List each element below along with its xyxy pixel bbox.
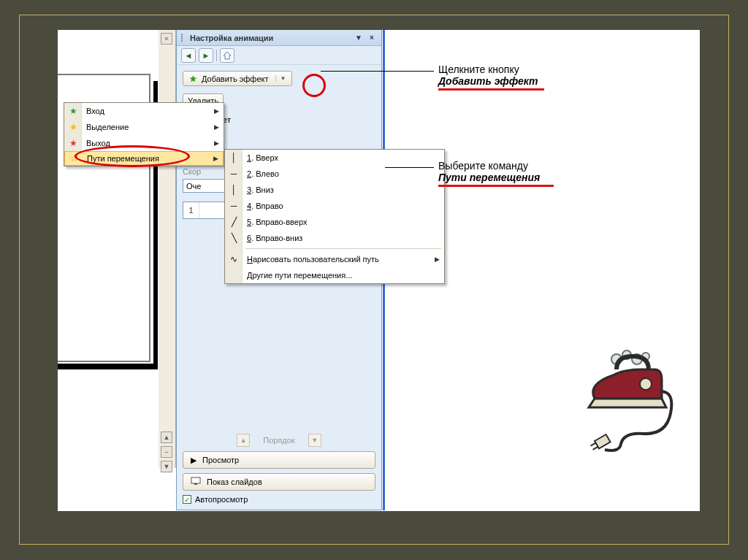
order-label: Порядок	[263, 436, 294, 445]
order-up-button[interactable]: ▲	[237, 434, 250, 447]
submenu-item-down[interactable]: │ 3. Вниз	[225, 182, 444, 198]
effect-index: 1	[183, 202, 199, 218]
submenu-item-down-right[interactable]: ╲ 6. Вправо-вниз	[225, 230, 444, 246]
menu-label: Выделение	[86, 123, 129, 131]
nav-home-button[interactable]	[220, 48, 234, 63]
grip-icon	[181, 34, 186, 42]
submenu-label: 5. Вправо-вверх	[247, 218, 307, 226]
slide-area: × ▲ – ▼ Настройка анимации ▼ × ◄ ► ★ Доб…	[58, 30, 700, 511]
path-curve-icon: ∿	[228, 254, 240, 264]
star-icon: ★	[67, 138, 79, 148]
leader-line	[321, 71, 434, 72]
slideshow-label: Показ слайдов	[207, 477, 262, 486]
taskpane-titlebar: Настройка анимации ▼ ×	[177, 30, 381, 46]
star-icon: ★	[189, 74, 197, 84]
order-row: ▲ Порядок ▼	[183, 434, 375, 447]
submenu-item-up-right[interactable]: ╱ 5. Вправо-вверх	[225, 214, 444, 230]
autopreview-checkbox[interactable]: ✓ Автопросмотр	[183, 495, 375, 504]
menu-item-emphasis[interactable]: ★ Выделение ▶	[64, 119, 224, 135]
preview-button[interactable]: ▶ Просмотр	[183, 451, 375, 469]
star-icon: ★	[67, 106, 79, 116]
highlight-circle-motion-paths	[75, 145, 190, 167]
annotation-bold-text: Добавить эффект	[438, 75, 544, 87]
taskpane-close-button[interactable]: ×	[367, 33, 377, 43]
annotation-add-effect: Щелкните кнопку Добавить эффект	[438, 64, 544, 91]
path-right-icon: ─	[228, 201, 240, 211]
star-icon: ★	[67, 122, 79, 132]
submenu-item-right[interactable]: ─ 4. Вправо	[225, 198, 444, 214]
red-underline	[438, 185, 554, 187]
play-icon: ▶	[191, 456, 196, 465]
svg-point-6	[640, 378, 652, 390]
path-left-icon: ─	[228, 169, 240, 179]
submenu-item-custom-path[interactable]: ∿ Нарисовать пользовательский путь ▶	[225, 251, 444, 267]
svg-line-9	[593, 447, 598, 450]
order-down-button[interactable]: ▼	[308, 434, 321, 447]
splitter-bar[interactable]: × ▲ – ▼	[159, 30, 176, 468]
annotation-motion-paths: Выберите команду Пути перемещения	[438, 160, 554, 187]
path-down-icon: │	[228, 185, 240, 195]
motion-paths-submenu: │ 1. Вверх ─ 2. Влево │ 3. Вниз ─ 4. Впр…	[224, 149, 445, 284]
nav-forward-button[interactable]: ►	[199, 48, 213, 63]
submenu-arrow-icon: ▶	[214, 107, 219, 115]
leader-line	[385, 167, 434, 168]
annotation-text: Щелкните кнопку	[438, 64, 544, 75]
submenu-arrow-icon: ▶	[213, 155, 218, 162]
highlight-circle-add-effect	[302, 74, 326, 97]
taskpane-nav: ◄ ►	[177, 46, 381, 65]
menu-separator	[245, 248, 441, 249]
svg-rect-0	[191, 477, 200, 483]
arrow-up-icon[interactable]: ▲	[161, 431, 172, 443]
close-handle-icon[interactable]: ×	[161, 33, 172, 45]
nav-separator	[216, 50, 217, 61]
submenu-label: 2. Влево	[247, 169, 279, 178]
monitor-icon	[191, 477, 201, 487]
submenu-item-up[interactable]: │ 1. Вверх	[225, 150, 444, 166]
path-up-icon: │	[228, 153, 240, 163]
slideshow-button[interactable]: Показ слайдов	[183, 473, 375, 491]
checkmark-icon: ✓	[183, 495, 191, 504]
autopreview-label: Автопросмотр	[195, 495, 248, 504]
path-diag-up-icon: ╱	[228, 217, 240, 227]
annotation-text: Выберите команду	[438, 160, 554, 172]
submenu-item-more-paths[interactable]: Другие пути перемещения...	[225, 267, 444, 283]
annotation-bold-text: Пути перемещения	[438, 172, 554, 183]
bar-icon[interactable]: –	[161, 446, 172, 458]
add-effect-button[interactable]: ★ Добавить эффект ▼	[183, 71, 292, 86]
submenu-item-left[interactable]: ─ 2. Влево	[225, 166, 444, 182]
slide-shadow	[58, 364, 156, 369]
menu-item-entrance[interactable]: ★ Вход ▶	[64, 103, 224, 119]
submenu-label: Другие пути перемещения...	[247, 271, 352, 280]
speed-field[interactable]: Оче	[183, 179, 226, 193]
submenu-arrow-icon: ▶	[214, 123, 219, 131]
taskpane-title: Настройка анимации	[190, 34, 273, 42]
slide-canvas-fragment	[58, 30, 175, 468]
speed-label: Скор	[183, 167, 201, 176]
submenu-label: 3. Вниз	[247, 185, 274, 194]
svg-rect-1	[194, 483, 197, 485]
svg-line-8	[591, 443, 596, 446]
red-underline	[438, 88, 544, 91]
submenu-arrow-icon: ▶	[435, 256, 440, 263]
menu-label: Вход	[86, 107, 104, 115]
submenu-label: Нарисовать пользовательский путь	[247, 255, 379, 264]
path-diag-down-icon: ╲	[228, 233, 240, 243]
iron-clipart	[573, 348, 675, 457]
submenu-arrow-icon: ▶	[214, 139, 219, 147]
dropdown-arrow-icon: ▼	[275, 75, 286, 82]
preview-label: Просмотр	[202, 456, 239, 464]
submenu-label: 1. Вверх	[247, 153, 278, 162]
arrow-down-icon[interactable]: ▼	[161, 461, 172, 472]
submenu-label: 6. Вправо-вниз	[247, 234, 302, 242]
add-effect-label: Добавить эффект	[202, 74, 268, 83]
submenu-label: 4. Вправо	[247, 202, 283, 210]
nav-back-button[interactable]: ◄	[181, 48, 196, 63]
taskpane-menu-button[interactable]: ▼	[354, 33, 364, 43]
